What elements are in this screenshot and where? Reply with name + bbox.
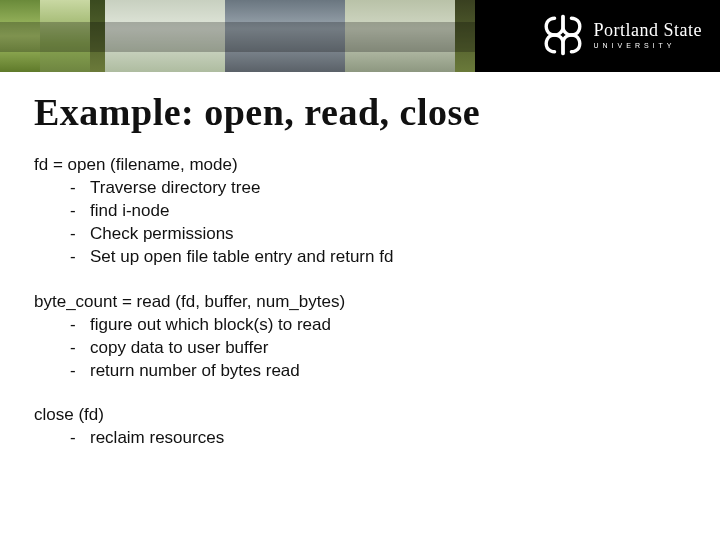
slide-content: Example: open, read, close fd = open (fi… — [0, 72, 720, 450]
list-item: Set up open file table entry and return … — [90, 246, 686, 269]
list-item: return number of bytes read — [90, 360, 686, 383]
call-close: close (fd) — [34, 404, 686, 427]
university-logo: Portland State UNIVERSITY — [542, 14, 703, 56]
steps-open: Traverse directory tree find i-node Chec… — [34, 177, 686, 269]
list-item: find i-node — [90, 200, 686, 223]
list-item: Check permissions — [90, 223, 686, 246]
call-open: fd = open (filename, mode) — [34, 154, 686, 177]
header-banner: Portland State UNIVERSITY — [0, 0, 720, 72]
section-read: byte_count = read (fd, buffer, num_bytes… — [34, 291, 686, 383]
section-close: close (fd) reclaim resources — [34, 404, 686, 450]
logo-mark-icon — [542, 14, 584, 56]
logo-text-line1: Portland State — [594, 21, 703, 39]
list-item: copy data to user buffer — [90, 337, 686, 360]
list-item: reclaim resources — [90, 427, 686, 450]
logo-text-line2: UNIVERSITY — [594, 42, 703, 49]
call-read: byte_count = read (fd, buffer, num_bytes… — [34, 291, 686, 314]
list-item: figure out which block(s) to read — [90, 314, 686, 337]
steps-close: reclaim resources — [34, 427, 686, 450]
section-open: fd = open (filename, mode) Traverse dire… — [34, 154, 686, 269]
slide-title: Example: open, read, close — [34, 90, 686, 134]
steps-read: figure out which block(s) to read copy d… — [34, 314, 686, 383]
list-item: Traverse directory tree — [90, 177, 686, 200]
